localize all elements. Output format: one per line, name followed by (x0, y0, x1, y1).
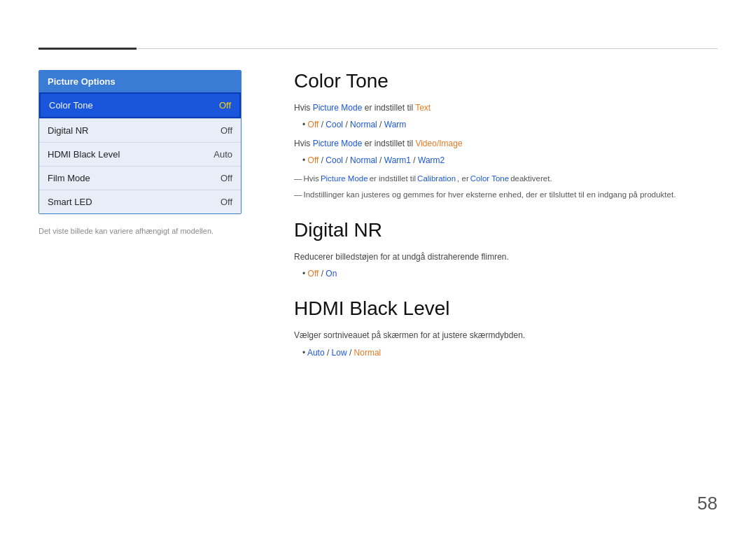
menu-item-value: Auto (214, 149, 232, 160)
menu-item-value: Off (220, 197, 232, 207)
hdmi-black-level-title: HDMI Black Level (294, 297, 718, 320)
menu-item-film-mode[interactable]: Film ModeOff (39, 166, 241, 190)
menu-item-label: Color Tone (49, 100, 93, 111)
page-number: 58 (697, 493, 718, 514)
digital-nr-body: Reducerer billedstøjen for at undgå dist… (294, 250, 718, 281)
picture-options-menu: Picture Options Color ToneOffDigital NRO… (38, 70, 241, 214)
left-panel: Picture Options Color ToneOffDigital NRO… (38, 70, 241, 235)
menu-item-label: Smart LED (48, 197, 92, 207)
video-image-link: Video/Image (415, 139, 462, 148)
color-tone-note1: Hvis Picture Mode er indstillet til Cali… (294, 172, 718, 186)
top-line-separator (136, 48, 718, 49)
color-tone-title: Color Tone (294, 70, 718, 92)
menu-item-label: Film Mode (48, 173, 90, 183)
menu-item-label: Digital NR (48, 125, 89, 136)
menu-item-digital-nr[interactable]: Digital NROff (39, 118, 241, 142)
top-lines (38, 48, 718, 50)
picture-mode-link1: Picture Mode (313, 103, 363, 113)
color-tone-note2: Indstillinger kan justeres og gemmes for… (294, 188, 718, 202)
menu-item-value: Off (220, 173, 232, 183)
menu-item-value: Off (219, 100, 231, 111)
menu-item-color-tone[interactable]: Color ToneOff (39, 92, 241, 118)
top-line-accent (38, 48, 136, 50)
menu-header: Picture Options (39, 71, 241, 92)
text-link1: Text (415, 103, 430, 113)
menu-item-label: HDMI Black Level (48, 149, 120, 160)
menu-item-smart-led[interactable]: Smart LEDOff (39, 190, 241, 213)
sidebar-footnote: Det viste billede kan variere afhængigt … (38, 227, 241, 235)
hdmi-black-level-body: Vælger sortniveauet på skærmen for at ju… (294, 328, 718, 360)
right-content: Color Tone Hvis Picture Mode er indstill… (294, 70, 718, 364)
digital-nr-title: Digital NR (294, 219, 718, 241)
picture-mode-link2: Picture Mode (313, 139, 363, 148)
menu-item-hdmi-black-level[interactable]: HDMI Black LevelAuto (39, 142, 241, 166)
color-tone-body: Hvis Picture Mode er indstillet til Text… (294, 101, 718, 202)
menu-item-value: Off (220, 125, 232, 136)
